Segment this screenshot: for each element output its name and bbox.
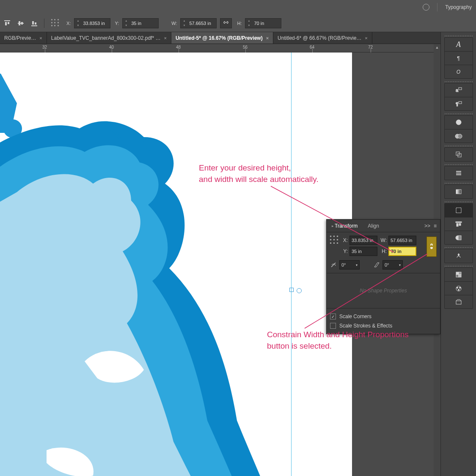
document-tab-active[interactable]: Untitled-5* @ 16.67% (RGB/Preview)× — [171, 32, 273, 44]
panel-width-input[interactable] — [388, 236, 416, 245]
svg-rect-25 — [457, 223, 458, 226]
svg-rect-11 — [459, 88, 462, 90]
panel-expand-icon[interactable]: >> — [424, 223, 430, 229]
shear-input[interactable]: 0°▾ — [382, 260, 403, 270]
svg-rect-26 — [459, 223, 461, 226]
opentype-panel-icon[interactable]: O — [445, 65, 473, 78]
panel-dock: A ¶ O a ¶ — [440, 32, 476, 476]
svg-rect-23 — [456, 208, 461, 213]
close-icon[interactable]: × — [266, 36, 269, 41]
svg-rect-0 — [4, 20, 10, 21]
width-input[interactable]: ▲▼ — [180, 18, 217, 28]
control-bar: X: ▲▼ Y: ▲▼ W: ▲▼ H: ▲▼ — [0, 14, 476, 32]
svg-text:a: a — [456, 88, 459, 93]
svg-rect-6 — [31, 25, 37, 26]
align-top-icon[interactable] — [2, 18, 13, 29]
close-icon[interactable]: × — [164, 36, 166, 41]
svg-rect-30 — [459, 272, 461, 275]
artwork-bear — [0, 74, 271, 476]
graphicstyles-panel-icon[interactable] — [445, 129, 473, 143]
panel-menu-icon[interactable]: ≡ — [434, 223, 437, 229]
gradient-panel-icon[interactable] — [445, 185, 473, 198]
svg-rect-31 — [456, 275, 459, 277]
document-tab[interactable]: RGB/Previe…× — [0, 32, 47, 44]
characterstyles-panel-icon[interactable]: a — [445, 83, 473, 97]
svg-rect-22 — [456, 190, 461, 194]
help-bulb-icon[interactable] — [423, 4, 429, 11]
transform-panel-icon[interactable] — [445, 204, 473, 217]
panel-y-input[interactable] — [349, 247, 377, 256]
artboard — [0, 52, 352, 476]
svg-rect-32 — [459, 275, 461, 277]
y-position-input[interactable]: ▲▼ — [122, 18, 159, 28]
artboards-panel-icon[interactable] — [445, 148, 473, 161]
document-tab[interactable]: Untitled-6* @ 66.67% (RGB/Previe…× — [273, 32, 372, 44]
svg-rect-2 — [8, 22, 9, 24]
align-tab[interactable]: Align — [363, 220, 384, 232]
align-middle-icon[interactable] — [15, 18, 26, 29]
svg-rect-1 — [5, 22, 7, 25]
close-icon[interactable]: × — [365, 36, 367, 41]
workspace-dropdown[interactable]: Typography — [445, 4, 472, 10]
svg-point-35 — [458, 289, 459, 290]
align-panel-icon[interactable] — [445, 217, 473, 231]
pathfinder-panel-icon[interactable] — [445, 231, 473, 244]
svg-point-16 — [458, 134, 462, 138]
close-icon[interactable]: × — [39, 36, 42, 41]
w-label: W: — [171, 21, 177, 26]
panel-x-input[interactable] — [349, 236, 377, 245]
svg-point-14 — [456, 120, 461, 125]
svg-rect-24 — [456, 222, 462, 223]
x-label: X: — [66, 21, 71, 26]
svg-point-33 — [457, 287, 458, 288]
svg-rect-36 — [456, 301, 461, 304]
selection-handle[interactable] — [289, 288, 294, 292]
libraries-panel-icon[interactable] — [445, 295, 473, 308]
align-bottom-icon[interactable] — [29, 18, 40, 29]
scale-corners-checkbox[interactable]: ✓Scale Corners — [330, 312, 437, 321]
no-shape-properties-label: No Shape Properties — [330, 277, 437, 305]
document-tab[interactable]: LabelValue_TVC_bannerAd_800x300-02.pdf* … — [47, 32, 171, 44]
reference-point-selector[interactable] — [51, 19, 60, 28]
paragraphstyles-panel-icon[interactable]: ¶ — [445, 97, 473, 110]
svg-rect-8 — [35, 22, 36, 25]
app-menubar: Typography — [0, 0, 476, 14]
transform-panel[interactable]: ▸Transform Align >>≡ X: W: Y: H: — [326, 219, 440, 334]
document-tab-bar: RGB/Previe…× LabelValue_TVC_bannerAd_800… — [0, 32, 440, 44]
appearance-panel-icon[interactable] — [445, 116, 473, 129]
svg-rect-13 — [459, 102, 462, 104]
scale-strokes-checkbox[interactable]: Scale Strokes & Effects — [330, 321, 437, 330]
panel-height-input[interactable] — [388, 247, 416, 256]
x-position-input[interactable]: ▲▼ — [74, 18, 110, 28]
svg-rect-28 — [458, 236, 461, 240]
h-label: H: — [237, 21, 242, 26]
svg-rect-29 — [456, 272, 459, 275]
svg-rect-5 — [21, 22, 23, 25]
symbols-panel-icon[interactable] — [445, 249, 473, 263]
character-panel-icon[interactable]: A — [445, 38, 473, 51]
svg-rect-7 — [32, 21, 34, 25]
svg-rect-4 — [19, 21, 20, 25]
transform-tab[interactable]: ▸Transform — [327, 220, 363, 232]
rotate-icon — [330, 261, 337, 268]
y-label: Y: — [115, 21, 119, 26]
svg-text:¶: ¶ — [456, 102, 458, 107]
constrain-proportions-icon[interactable] — [426, 237, 437, 257]
shear-icon — [373, 261, 380, 268]
swatches-panel-icon[interactable] — [445, 281, 473, 295]
paragraph-panel-icon[interactable]: ¶ — [445, 51, 473, 65]
layers-panel-icon[interactable] — [445, 268, 473, 281]
svg-point-34 — [459, 287, 460, 288]
link-wh-icon[interactable] — [220, 18, 232, 28]
vertical-guide[interactable] — [291, 52, 292, 476]
scroll-up-icon[interactable]: ▲ — [434, 44, 440, 51]
reference-point-selector[interactable] — [330, 236, 339, 245]
stroke-panel-icon[interactable] — [445, 166, 473, 180]
rotate-input[interactable]: 0°▾ — [339, 260, 360, 270]
height-input[interactable]: ▲▼ — [245, 18, 281, 28]
horizontal-ruler[interactable]: 32 40 48 56 64 72 — [0, 44, 440, 52]
